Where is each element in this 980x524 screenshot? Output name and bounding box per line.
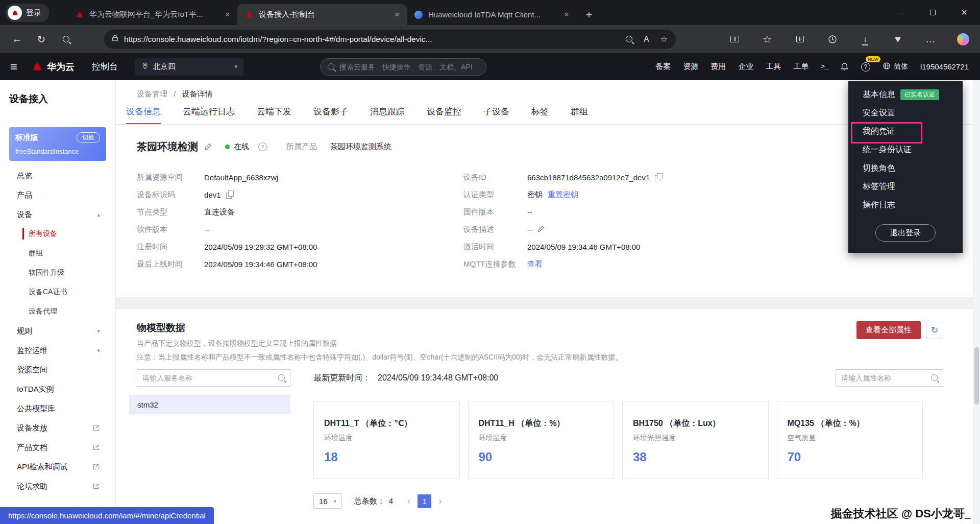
sidebar-item-device-ca[interactable]: 设备CA证书: [0, 282, 115, 302]
menu-item-iam[interactable]: 统一身份认证: [848, 140, 963, 159]
back-button[interactable]: ←: [7, 30, 27, 49]
tab-cloud-run-log[interactable]: 云端运行日志: [183, 100, 235, 124]
read-aloud-icon[interactable]: A: [644, 35, 649, 44]
page-size-select[interactable]: 16 ▾: [313, 493, 342, 509]
menu-item-operation-log[interactable]: 操作日志: [848, 196, 963, 214]
copilot-icon[interactable]: [953, 30, 973, 49]
new-tab-button[interactable]: +: [580, 6, 598, 23]
menu-item-switch-role[interactable]: 切换角色: [848, 159, 963, 177]
favorite-star-icon[interactable]: ☆: [660, 34, 668, 44]
nav-billing[interactable]: 费用: [710, 62, 726, 72]
page-scrollbar[interactable]: [973, 80, 980, 524]
console-search-input[interactable]: [339, 63, 479, 71]
settings-more-icon[interactable]: …: [921, 30, 940, 49]
instance-switch-button[interactable]: 切换: [77, 132, 100, 143]
view-mqtt-params-link[interactable]: 查看: [527, 259, 543, 269]
sidebar-item-rules[interactable]: 规则 ▾: [0, 321, 115, 341]
sidebar-item-product[interactable]: 产品: [0, 185, 115, 205]
address-bar[interactable]: https://console.huaweicloud.com/iotdm/?r…: [104, 30, 676, 49]
sidebar-item-firmware-upgrade[interactable]: 软固件升级: [0, 263, 115, 282]
tab-close-icon[interactable]: ×: [391, 9, 403, 20]
browser-tab-device-console[interactable]: 设备接入-控制台 ×: [237, 4, 407, 25]
sidebar-item-forum-help[interactable]: 论坛求助: [0, 477, 115, 496]
tab-device-shadow[interactable]: 设备影子: [313, 100, 348, 124]
notifications-bell-icon[interactable]: [840, 62, 849, 71]
history-icon[interactable]: [823, 30, 842, 49]
tab-groups[interactable]: 群组: [571, 100, 588, 124]
sidebar-item-product-doc[interactable]: 产品文档: [0, 438, 115, 457]
view-all-properties-button[interactable]: 查看全部属性: [856, 321, 921, 339]
next-page-button[interactable]: ›: [438, 495, 442, 507]
tab-tags[interactable]: 标签: [531, 100, 549, 124]
edit-description-icon[interactable]: [537, 225, 545, 234]
current-page[interactable]: 1: [418, 494, 431, 508]
browser-profile-button[interactable]: 登录: [5, 4, 50, 22]
status-help-icon[interactable]: ?: [258, 142, 267, 151]
search-icon[interactable]: [931, 374, 938, 381]
sidebar-item-monitor-om[interactable]: 监控运维 ▾: [0, 341, 115, 360]
service-search-input[interactable]: [137, 369, 290, 387]
sidebar-item-device-proxy[interactable]: 设备代理: [0, 302, 115, 321]
region-selector[interactable]: 北京四 ▾: [135, 58, 243, 76]
cli-terminal-icon[interactable]: >_: [821, 63, 828, 70]
tab-message-trace[interactable]: 消息跟踪: [370, 100, 405, 124]
sidebar-item-public-model[interactable]: 公共模型库: [0, 399, 115, 418]
sidebar-item-resource-space[interactable]: 资源空间: [0, 360, 115, 379]
search-icon[interactable]: [278, 374, 285, 381]
browser-essentials-icon[interactable]: ♥: [888, 30, 908, 49]
window-minimize-button[interactable]: ─: [885, 0, 917, 25]
sidebar-item-all-devices[interactable]: 所有设备: [0, 224, 115, 244]
window-close-button[interactable]: ×: [948, 0, 980, 25]
menu-item-tag-management[interactable]: 标签管理: [848, 177, 963, 196]
window-maximize-button[interactable]: [917, 0, 948, 25]
nav-tickets[interactable]: 工单: [793, 62, 808, 72]
tab-sub-devices[interactable]: 子设备: [483, 100, 509, 124]
menu-item-security-settings[interactable]: 安全设置: [848, 104, 963, 122]
browser-tab-iot-platform[interactable]: 华为云物联网平台_华为云IoT平... ×: [68, 4, 237, 25]
edit-device-name-icon[interactable]: [204, 143, 212, 151]
logout-button[interactable]: 退出登录: [875, 224, 936, 242]
sidebar-item-iotda-instance[interactable]: IoTDA实例: [0, 379, 115, 399]
favorites-icon[interactable]: ☆: [757, 30, 777, 49]
menu-item-my-credentials[interactable]: 我的凭证: [848, 122, 963, 140]
sidebar-item-api-explorer[interactable]: API检索和调试: [0, 457, 115, 477]
zoom-icon[interactable]: [626, 36, 632, 42]
sidebar-item-overview[interactable]: 总览: [0, 166, 115, 185]
sidebar-item-device[interactable]: 设备 ▴: [0, 205, 115, 224]
tab-close-icon[interactable]: ×: [561, 9, 572, 20]
brand-text[interactable]: 华为云: [47, 61, 75, 73]
nav-enterprise[interactable]: 企业: [738, 62, 753, 72]
huawei-logo: [32, 61, 43, 73]
tab-device-info[interactable]: 设备信息: [126, 100, 161, 124]
attribute-search-input[interactable]: [836, 369, 943, 387]
breadcrumb-parent[interactable]: 设备管理: [137, 89, 167, 98]
downloads-icon[interactable]: ↓: [855, 30, 875, 49]
nav-tools[interactable]: 工具: [766, 62, 781, 72]
nav-resources[interactable]: 资源: [683, 62, 698, 72]
nav-beian[interactable]: 备案: [655, 62, 671, 72]
help-icon[interactable]: ? NEW: [861, 62, 870, 72]
toolbar-search-button[interactable]: [56, 30, 76, 49]
copy-icon[interactable]: [226, 190, 234, 199]
scrollbar-thumb[interactable]: [974, 347, 979, 404]
prev-page-button[interactable]: ‹: [407, 495, 410, 507]
copy-icon[interactable]: [655, 173, 663, 181]
tab-device-monitor[interactable]: 设备监控: [427, 100, 461, 124]
tab-cloud-delivery[interactable]: 云端下发: [257, 100, 291, 124]
sidebar-item-groups[interactable]: 群组: [0, 244, 115, 263]
hamburger-menu-icon[interactable]: ≡: [10, 60, 22, 74]
console-link[interactable]: 控制台: [92, 61, 118, 73]
language-selector[interactable]: 简体: [883, 62, 908, 72]
reset-secret-link[interactable]: 重置密钥: [548, 190, 578, 200]
browser-tab-mqtt-client[interactable]: Huaweicloud IoTDA Mqtt Client... ×: [407, 4, 576, 25]
account-menu[interactable]: l19504562721: [920, 62, 969, 71]
refresh-properties-button[interactable]: ↻: [926, 322, 943, 339]
sidebar-item-device-provision[interactable]: 设备发放: [0, 418, 115, 438]
service-item-stm32[interactable]: stm32: [129, 395, 290, 414]
collections-icon[interactable]: [790, 30, 810, 49]
split-screen-icon[interactable]: [725, 30, 744, 49]
site-info-lock-icon[interactable]: [111, 34, 119, 44]
menu-item-basic-info[interactable]: 基本信息 已实名认证: [848, 85, 963, 104]
tab-close-icon[interactable]: ×: [222, 9, 233, 20]
refresh-button[interactable]: ↻: [32, 30, 51, 49]
